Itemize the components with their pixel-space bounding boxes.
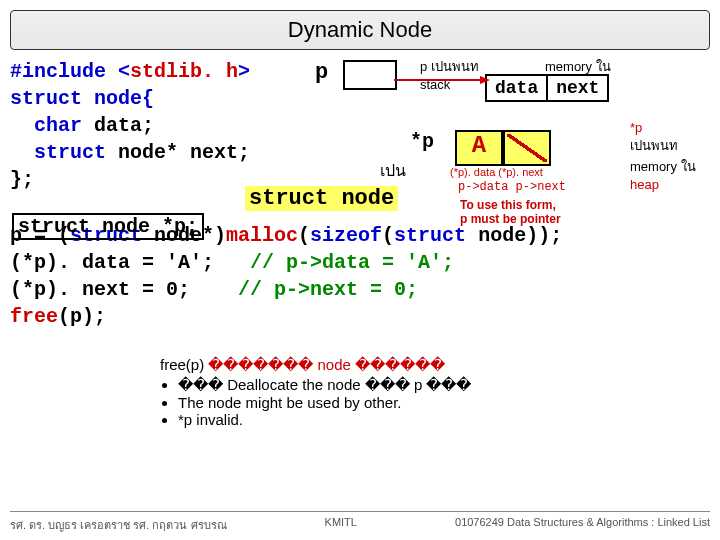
free-note-0b: ������� node ������ <box>208 356 445 373</box>
arrow-p-to-node <box>390 72 490 88</box>
code-paren2: ( <box>382 224 394 247</box>
node-data-A: A <box>455 130 503 166</box>
code-end: node)); <box>466 224 562 247</box>
node-box-top: data next <box>485 74 609 102</box>
free-note-2: The node might be used by other. <box>178 394 471 411</box>
p-pointer-box <box>343 60 397 90</box>
arrow-labels: p->data p->next <box>458 180 566 194</box>
code-paren: ( <box>298 224 310 247</box>
code-comment1: // p->data = 'A'; <box>250 251 454 274</box>
code-malloc: malloc <box>226 224 298 247</box>
code-sizeof: sizeof <box>310 224 382 247</box>
code-next-decl: node* next; <box>106 141 250 164</box>
code-free: free <box>10 305 58 328</box>
free-note-0a: free(p) <box>160 356 208 373</box>
pointer-note-1: To use this form, <box>460 198 561 212</box>
pointer-note: To use this form, p must be pointer <box>460 198 561 226</box>
node-next-null <box>503 130 551 166</box>
code-include-end: > <box>238 60 250 83</box>
struct-node-highlight: struct node <box>245 186 398 211</box>
star-p-label: *p <box>410 130 434 153</box>
next-cell-label: next <box>548 76 607 100</box>
code-comment2: // p->next = 0; <box>238 278 418 301</box>
footer-course: 01076249 Data Structures & Algorithms : … <box>455 516 710 534</box>
code-assign-next: (*p). next = 0; <box>10 278 190 301</box>
free-notes: free(p) ������� node ������ ��� Dealloca… <box>160 356 471 430</box>
free-note-3: *p invalid. <box>178 411 471 428</box>
star-p-heap-annotation: *p เปนพนท memory ใน heap <box>630 120 720 192</box>
slide-content: #include <stdlib. h> struct node{ char d… <box>10 58 710 488</box>
p-pointer-label: p <box>315 60 328 85</box>
code-char: char <box>34 114 82 137</box>
code-stdlib: stdlib. h <box>130 60 238 83</box>
free-note-1: ��� Deallocate the node ��� p ��� <box>178 376 471 394</box>
code-close: }; <box>10 168 34 191</box>
code-assign-data: (*p). data = 'A'; <box>10 251 214 274</box>
footer-school: KMITL <box>325 516 357 534</box>
code-struct-sz: struct <box>394 224 466 247</box>
struct-p-declaration: struct node *p; <box>12 213 204 240</box>
code-struct-open: struct node{ <box>10 87 154 110</box>
footer-authors: รศ. ดร. บญธร เครอตราช รศ. กฤตวน ศรบรณ <box>10 516 227 534</box>
svg-marker-1 <box>480 76 490 84</box>
deref-labels: (*p). data (*p). next <box>450 166 543 178</box>
code-include: #include < <box>10 60 130 83</box>
pointer-note-2: p must be pointer <box>460 212 561 226</box>
slide-title: Dynamic Node <box>10 10 710 50</box>
data-cell-label: data <box>487 76 548 100</box>
node-box-a: A <box>455 130 551 166</box>
code-free-arg: (p); <box>58 305 106 328</box>
code-data-decl: data; <box>82 114 154 137</box>
slide-footer: รศ. ดร. บญธร เครอตราช รศ. กฤตวน ศรบรณ KM… <box>10 511 710 534</box>
code-struct-kw: struct <box>34 141 106 164</box>
pen-label: เปน <box>380 158 406 183</box>
